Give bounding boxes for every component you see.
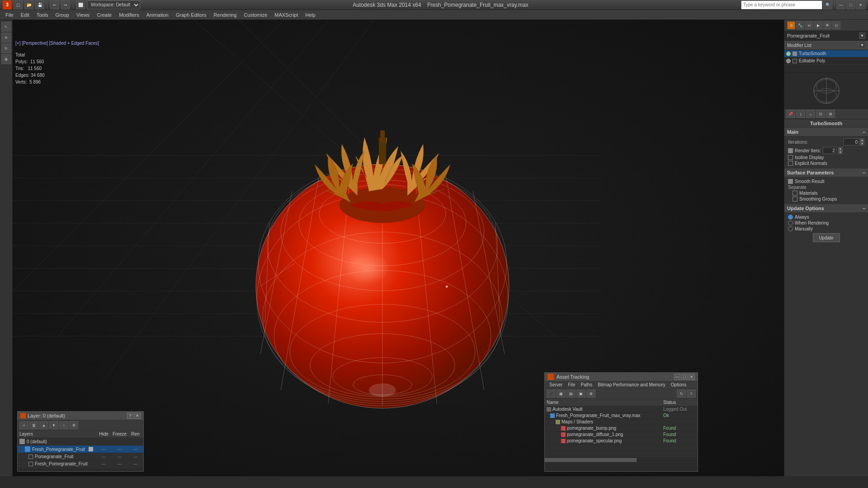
asset-menu-bitmap[interactable]: Bitmap Performance and Memory: [595, 381, 668, 388]
pin-btn[interactable]: 📌: [786, 110, 795, 118]
menu-file[interactable]: File: [2, 10, 17, 20]
iterations-input[interactable]: [843, 138, 859, 145]
modifier-bulb-turbsmooth[interactable]: [786, 52, 791, 56]
asset-tool-1[interactable]: ⬛: [547, 389, 556, 398]
workspace-dropdown[interactable]: Workspace: Default: [87, 0, 140, 9]
menu-customize[interactable]: Customize: [240, 10, 271, 20]
modifier-cb-turbsmooth[interactable]: [793, 52, 797, 56]
asset-menu-file[interactable]: File: [565, 381, 578, 388]
smooth-result-checkbox[interactable]: [788, 179, 793, 184]
materials-checkbox[interactable]: [793, 191, 797, 196]
panel-icon-motion[interactable]: ▶: [814, 21, 822, 29]
left-tool-scale[interactable]: ⊞: [1, 54, 11, 64]
render-iters-up[interactable]: ▲: [838, 147, 843, 150]
tb-btn-5[interactable]: ⊞: [826, 110, 835, 118]
manually-radio[interactable]: [788, 226, 793, 231]
asset-close-btn[interactable]: ✕: [689, 374, 695, 380]
menu-rendering[interactable]: Rendering: [210, 10, 241, 20]
menu-views[interactable]: Views: [73, 10, 93, 20]
layer-settings-btn[interactable]: ⚙: [69, 421, 78, 429]
menu-maxscript[interactable]: MAXScript: [271, 10, 302, 20]
save-btn[interactable]: 💾: [35, 0, 44, 9]
layer-sort-btn[interactable]: ↕: [59, 421, 68, 429]
modifier-cb-edpoly[interactable]: [793, 59, 797, 63]
asset-help-btn[interactable]: ?: [687, 389, 696, 398]
list-item[interactable]: Fresh_Pomegranate_Fruit_max_vray.max Ok: [545, 413, 698, 419]
open-btn[interactable]: 📂: [24, 0, 33, 9]
main-section-header[interactable]: Main –: [784, 128, 868, 136]
menu-edit[interactable]: Edit: [17, 10, 33, 20]
surface-params-header[interactable]: Surface Parameters –: [784, 169, 868, 177]
minimize-btn[interactable]: —: [836, 0, 845, 9]
update-button[interactable]: Update: [813, 233, 840, 242]
left-tool-rotate[interactable]: ↻: [1, 43, 11, 53]
render-iters-input[interactable]: [823, 147, 836, 154]
list-item[interactable]: Autodesk Vault Logged Out: [545, 406, 698, 413]
layer-scrollbar[interactable]: [18, 468, 143, 471]
tb-btn-2[interactable]: |: [796, 110, 805, 118]
search-btn[interactable]: 🔍: [823, 0, 832, 9]
undo-btn[interactable]: ↩: [50, 0, 59, 9]
isoline-checkbox[interactable]: [788, 155, 793, 160]
modifier-dropdown-arrow[interactable]: ▼: [859, 42, 865, 48]
left-tool-select[interactable]: ↖: [1, 22, 11, 32]
always-radio[interactable]: [788, 215, 793, 220]
menu-create[interactable]: Create: [93, 10, 115, 20]
layer-help-btn[interactable]: ?: [127, 413, 133, 419]
close-btn[interactable]: ✕: [856, 0, 865, 9]
dropdown-arrow-icon[interactable]: ▼: [859, 33, 865, 39]
asset-refresh-btn[interactable]: ↻: [677, 389, 686, 398]
panel-icon-modify[interactable]: 🔧: [796, 21, 804, 29]
layer-down-btn[interactable]: ▼: [49, 421, 58, 429]
layer-close-btn[interactable]: ✕: [134, 413, 141, 419]
tb-btn-4[interactable]: ⊡: [816, 110, 825, 118]
menu-tools[interactable]: Tools: [33, 10, 52, 20]
panel-icon-display[interactable]: ⚙: [787, 21, 795, 29]
asset-tool-2[interactable]: ▦: [557, 389, 566, 398]
panel-icon-utilities[interactable]: U: [832, 21, 840, 29]
list-item[interactable]: pomegranate_diffuse_1.png Found: [545, 432, 698, 438]
menu-animation[interactable]: Animation: [143, 10, 172, 20]
layer-add-btn[interactable]: +: [19, 421, 28, 429]
asset-tool-3[interactable]: ▤: [566, 389, 576, 398]
menu-group[interactable]: Group: [52, 10, 73, 20]
list-item[interactable]: Fresh_Pomegranate_Fruit — — —: [18, 446, 143, 453]
panel-icon-hierarchy[interactable]: H: [805, 21, 813, 29]
iterations-up[interactable]: ▲: [860, 138, 864, 142]
list-item[interactable]: pomegranate_bump.png Found: [545, 425, 698, 432]
render-iters-checkbox[interactable]: [788, 148, 793, 153]
asset-minimize-btn[interactable]: —: [674, 374, 680, 380]
asset-menu-paths[interactable]: Paths: [578, 381, 595, 388]
layer-delete-btn[interactable]: 🗑: [29, 421, 38, 429]
modifier-editable-poly[interactable]: Editable Poly: [784, 57, 868, 65]
left-tool-move[interactable]: ✛: [1, 33, 11, 42]
menu-modifiers[interactable]: Modifiers: [115, 10, 143, 20]
menu-graph-editors[interactable]: Graph Editors: [172, 10, 210, 20]
explicit-normals-checkbox[interactable]: [788, 161, 793, 166]
smoothing-groups-checkbox[interactable]: [793, 197, 797, 202]
layer-up-btn[interactable]: ▲: [39, 421, 48, 429]
asset-scrollbar[interactable]: [545, 458, 698, 462]
new-btn[interactable]: ▢: [14, 0, 23, 9]
list-item[interactable]: pomegranate_specular.png Found: [545, 438, 698, 444]
asset-menu-options[interactable]: Options: [668, 381, 689, 388]
iterations-down[interactable]: ▼: [860, 142, 864, 145]
when-rendering-radio[interactable]: [788, 221, 793, 225]
panel-icon-display2[interactable]: 👁: [823, 21, 831, 29]
render-setup-btn[interactable]: ⬜: [76, 0, 85, 9]
menu-help[interactable]: Help: [302, 10, 319, 20]
maximize-btn[interactable]: □: [846, 0, 855, 9]
tb-btn-3[interactable]: ⌄: [806, 110, 815, 118]
list-item[interactable]: Fresh_Pomegranate_Fruit — — —: [18, 460, 143, 468]
list-item[interactable]: Pomegranate_Fruit — — —: [18, 453, 143, 460]
modifier-turbsmooth[interactable]: TurboSmooth: [784, 50, 868, 57]
asset-tool-5[interactable]: ⊞: [586, 389, 595, 398]
asset-maximize-btn[interactable]: □: [681, 374, 688, 380]
viewport[interactable]: [+] [Perspective] [Shaded + Edged Faces]…: [13, 20, 784, 476]
asset-menu-server[interactable]: Server: [547, 381, 565, 388]
modifier-bulb-edpoly[interactable]: [786, 59, 791, 63]
asset-tool-4[interactable]: ▣: [576, 389, 585, 398]
redo-btn[interactable]: ↪: [61, 0, 70, 9]
list-item[interactable]: Maps / Shaders: [545, 419, 698, 425]
update-options-header[interactable]: Update Options –: [784, 204, 868, 213]
